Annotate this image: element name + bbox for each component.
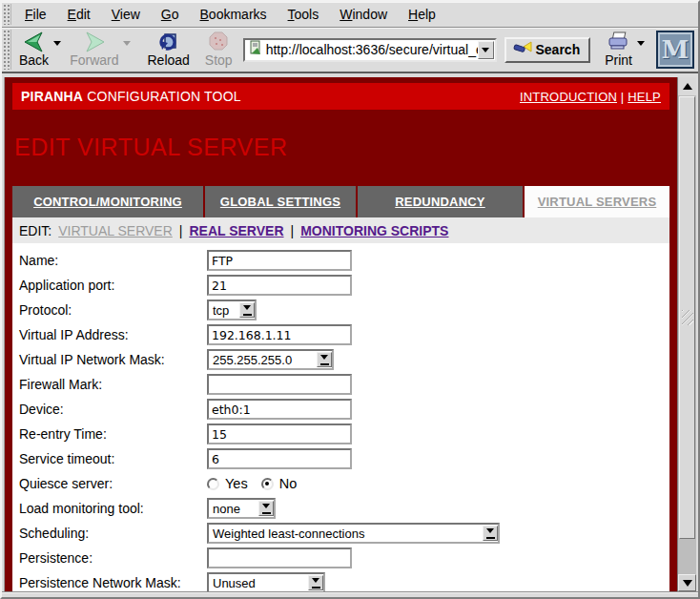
field-label: Virtual IP Address: xyxy=(19,327,207,342)
menu-item-help[interactable]: Help xyxy=(398,3,446,26)
select-protocol-[interactable]: tcp xyxy=(207,300,257,320)
form-row: Virtual IP Network Mask:255.255.255.0 xyxy=(19,349,669,370)
field-label: Scheduling: xyxy=(19,526,207,541)
help-link[interactable]: HELP xyxy=(628,90,661,104)
menu-item-file[interactable]: File xyxy=(14,3,57,26)
text-input-persistence-[interactable] xyxy=(207,547,352,568)
select-dropdown-arrow-icon[interactable] xyxy=(239,302,255,318)
text-input-firewall-mark-[interactable] xyxy=(207,374,352,395)
field-label: Persistence: xyxy=(19,550,207,566)
subnav-link-real-server[interactable]: REAL SERVER xyxy=(189,223,283,238)
back-button[interactable]: Back xyxy=(14,30,53,69)
text-input-re-entry-time-[interactable] xyxy=(207,423,352,444)
url-input[interactable] xyxy=(266,42,478,57)
menu-item-edit[interactable]: Edit xyxy=(57,3,101,26)
header-links: INTRODUCTION | HELP xyxy=(520,90,661,104)
tab-virtual-servers[interactable]: VIRTUAL SERVERS xyxy=(525,186,669,217)
print-label: Print xyxy=(605,53,632,68)
url-history-dropdown[interactable] xyxy=(478,41,494,59)
text-input-service-timeout-[interactable] xyxy=(207,448,352,469)
text-input-application-port-[interactable] xyxy=(207,275,352,296)
toolbar-grippy[interactable] xyxy=(3,30,11,70)
select-value: Weighted least-connections xyxy=(213,527,364,541)
back-arrow-icon xyxy=(22,31,47,53)
select-dropdown-arrow-icon[interactable] xyxy=(317,352,332,367)
edit-subnav: EDIT:VIRTUAL SERVER|REAL SERVER|MONITORI… xyxy=(12,217,669,243)
subnav-separator: | xyxy=(291,223,295,238)
tab-control-monitoring[interactable]: CONTROL/MONITORING xyxy=(12,186,203,217)
radio-label: Yes xyxy=(225,476,248,491)
select-dropdown-arrow-icon[interactable] xyxy=(258,501,274,516)
browser-window: FileEditViewGoBookmarksToolsWindowHelp B… xyxy=(0,0,700,599)
select-virtual-ip-network-mask-[interactable]: 255.255.255.0 xyxy=(207,349,334,370)
form-row: Device: xyxy=(19,399,669,420)
introduction-link[interactable]: INTRODUCTION xyxy=(520,90,617,104)
reload-button[interactable]: Reload xyxy=(142,30,194,69)
menu-item-view[interactable]: View xyxy=(101,3,151,26)
radio-yes[interactable] xyxy=(207,478,219,490)
header-link-divider: | xyxy=(621,90,625,104)
subnav-prefix: EDIT: xyxy=(19,223,51,238)
piranha-page: PIRANHA CONFIGURATION TOOL INTRODUCTION … xyxy=(4,77,677,591)
field-label: Device: xyxy=(19,402,207,417)
form-row: Persistence Network Mask:Unused xyxy=(19,572,669,591)
scroll-up-arrow-icon[interactable] xyxy=(678,77,696,95)
forward-dropdown-caret[interactable] xyxy=(123,41,131,50)
piranha-header-bar: PIRANHA CONFIGURATION TOOL INTRODUCTION … xyxy=(12,83,669,110)
subnav-link-monitoring-scripts[interactable]: MONITORING SCRIPTS xyxy=(300,223,448,238)
subnav-separator: | xyxy=(179,223,183,238)
form-row: Persistence: xyxy=(19,547,669,568)
radio-no[interactable] xyxy=(261,478,274,490)
form-row: Quiesce server:YesNo xyxy=(19,473,669,494)
piranha-brand: PIRANHA CONFIGURATION TOOL xyxy=(21,89,241,104)
select-load-monitoring-tool-[interactable]: none xyxy=(207,498,276,519)
select-scheduling-[interactable]: Weighted least-connections xyxy=(207,523,500,544)
select-value: Unused xyxy=(213,576,256,590)
menu-item-go[interactable]: Go xyxy=(151,3,190,26)
field-label: Application port: xyxy=(19,278,207,293)
radio-label: No xyxy=(279,476,298,491)
url-bar xyxy=(243,38,497,62)
search-button[interactable]: Search xyxy=(504,37,591,63)
form-row: Name: xyxy=(19,250,669,271)
stop-label: Stop xyxy=(205,53,233,68)
field-label: Protocol: xyxy=(19,302,207,318)
menu-item-tools[interactable]: Tools xyxy=(278,3,330,26)
form-row: Scheduling:Weighted least-connections xyxy=(19,523,669,544)
navigation-toolbar: Back Forward Reload xyxy=(2,28,698,73)
stop-icon xyxy=(208,31,229,53)
text-input-device-[interactable] xyxy=(207,399,352,420)
menu-item-bookmarks[interactable]: Bookmarks xyxy=(190,3,278,26)
stop-button[interactable]: Stop xyxy=(200,30,237,69)
form-row: Re-entry Time: xyxy=(19,423,669,444)
select-dropdown-arrow-icon[interactable] xyxy=(483,526,498,541)
back-dropdown-caret[interactable] xyxy=(53,41,61,50)
scroll-down-arrow-icon[interactable] xyxy=(678,574,696,591)
field-label: Name: xyxy=(19,253,207,268)
text-input-virtual-ip-address-[interactable] xyxy=(207,324,352,345)
tab-global-settings[interactable]: GLOBAL SETTINGS xyxy=(205,186,356,217)
field-label: Load monitoring tool: xyxy=(19,501,207,516)
tab-redundancy[interactable]: REDUNDANCY xyxy=(358,186,523,217)
virtual-server-form: Name:Application port:Protocol:tcpVirtua… xyxy=(12,243,669,591)
text-input-name-[interactable] xyxy=(207,250,352,271)
flashlight-icon xyxy=(511,41,532,59)
form-row: Service timeout: xyxy=(19,448,669,469)
brand-rest: CONFIGURATION TOOL xyxy=(83,89,241,104)
forward-button[interactable]: Forward xyxy=(65,30,123,69)
printer-icon xyxy=(607,31,631,53)
back-label: Back xyxy=(19,53,49,68)
select-persistence-network-mask-[interactable]: Unused xyxy=(207,572,325,591)
print-button[interactable]: Print xyxy=(600,30,637,69)
print-dropdown-caret[interactable] xyxy=(637,41,645,50)
select-dropdown-arrow-icon[interactable] xyxy=(308,575,323,590)
scrollbar-thumb[interactable] xyxy=(679,96,695,539)
forward-arrow-icon xyxy=(82,31,107,53)
mozilla-logo-throbber[interactable]: M xyxy=(656,31,694,69)
menu-bar: FileEditViewGoBookmarksToolsWindowHelp xyxy=(2,2,698,28)
toolbar-grippy[interactable] xyxy=(3,4,11,25)
vertical-scrollbar[interactable] xyxy=(677,77,696,591)
field-label: Re-entry Time: xyxy=(19,426,207,442)
brand-bold: PIRANHA xyxy=(21,89,83,104)
menu-item-window[interactable]: Window xyxy=(329,3,398,26)
